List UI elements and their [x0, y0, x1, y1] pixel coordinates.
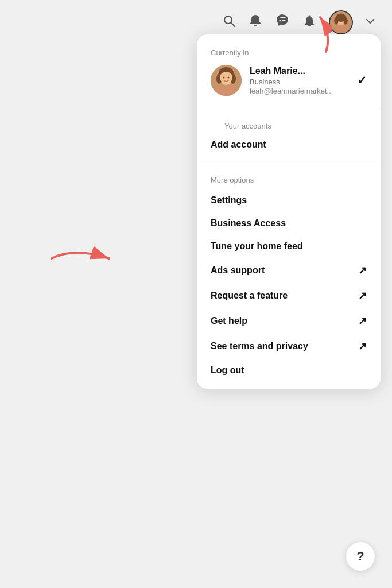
external-link-icon-help: ↗ [358, 315, 367, 327]
account-name: Leah Marie... [250, 65, 349, 78]
chat-icon[interactable] [275, 13, 290, 32]
avatar[interactable] [329, 10, 353, 34]
dropdown-menu: Currently in Leah Marie... Business leah… [197, 34, 381, 389]
menu-item-ads-support[interactable]: Ads support ↗ [197, 258, 381, 283]
menu-item-business-access[interactable]: Business Access [197, 212, 381, 235]
arrow-left-annotation [46, 241, 115, 278]
account-row[interactable]: Leah Marie... Business leah@leahmariemar… [197, 63, 381, 105]
account-type: Business [250, 78, 349, 86]
menu-item-settings[interactable]: Settings [197, 189, 381, 212]
svg-point-7 [334, 17, 338, 25]
account-email: leah@leahmariemarket... [250, 87, 349, 95]
search-icon[interactable] [222, 14, 236, 31]
check-mark: ✓ [357, 74, 367, 87]
menu-item-tune-home-feed[interactable]: Tune your home feed [197, 235, 381, 258]
external-link-icon-terms: ↗ [358, 340, 367, 353]
svg-line-1 [231, 23, 235, 27]
menu-item-get-help[interactable]: Get help ↗ [197, 308, 381, 334]
svg-point-8 [344, 17, 348, 25]
menu-item-terms-privacy-label: See terms and privacy [211, 341, 308, 351]
your-accounts-section: Your accounts Add account [197, 115, 381, 159]
external-link-icon-ads: ↗ [358, 264, 367, 277]
bell-icon[interactable] [249, 14, 262, 31]
account-info: Leah Marie... Business leah@leahmariemar… [250, 65, 349, 96]
currently-in-label: Currently in [197, 48, 381, 63]
divider-1 [197, 110, 381, 110]
account-avatar [211, 65, 242, 96]
svg-point-18 [223, 77, 225, 79]
menu-item-settings-label: Settings [211, 195, 247, 206]
menu-item-get-help-label: Get help [211, 316, 247, 326]
more-options-label: More options [197, 176, 381, 189]
divider-2 [197, 164, 381, 164]
notification-bell-icon[interactable] [302, 14, 316, 31]
help-button[interactable]: ? [346, 542, 375, 571]
add-account-button[interactable]: Add account [211, 136, 367, 157]
your-accounts-label: Your accounts [211, 122, 367, 136]
menu-item-request-feature-label: Request a feature [211, 291, 288, 301]
menu-item-ads-support-label: Ads support [211, 265, 265, 276]
menu-item-log-out-label: Log out [211, 365, 244, 376]
menu-item-request-feature[interactable]: Request a feature ↗ [197, 283, 381, 308]
menu-item-terms-privacy[interactable]: See terms and privacy ↗ [197, 334, 381, 359]
menu-item-log-out[interactable]: Log out [197, 359, 381, 382]
external-link-icon-feature: ↗ [358, 289, 367, 302]
menu-item-business-access-label: Business Access [211, 218, 286, 229]
chevron-down-icon[interactable] [366, 17, 375, 29]
svg-point-19 [228, 77, 230, 79]
menu-item-tune-home-feed-label: Tune your home feed [211, 241, 303, 252]
more-options-section: More options Settings Business Access Tu… [197, 169, 381, 384]
